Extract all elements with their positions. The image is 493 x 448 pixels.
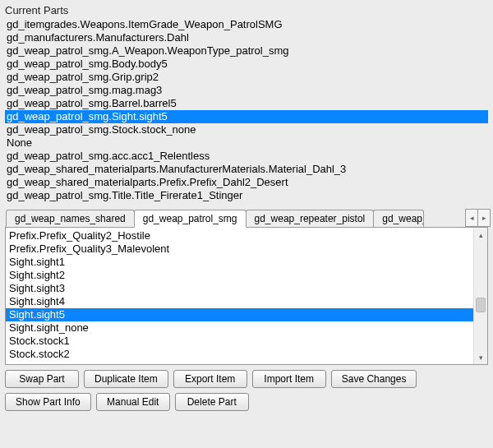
tab-scroll-right-icon[interactable]: ▸ [477, 209, 491, 227]
app-window: Current Parts gd_itemgrades.Weapons.Item… [0, 0, 493, 448]
tab-bar: gd_weap_names_sharedgd_weap_patrol_smggd… [2, 209, 491, 227]
sub-part-row[interactable]: Stock.stock1 [6, 335, 473, 348]
delete-part-button[interactable]: Delete Part [175, 393, 249, 411]
current-part-row[interactable]: gd_weap_shared_materialparts.Prefix.Pref… [5, 176, 488, 189]
sub-part-row[interactable]: Sight.sight1 [6, 256, 473, 269]
export-item-button[interactable]: Export Item [173, 370, 247, 388]
show-part-info-button[interactable]: Show Part Info [5, 393, 91, 411]
current-part-row[interactable]: None [5, 136, 488, 150]
sub-parts-panel: Prefix.Prefix_Quality2_HostilePrefix.Pre… [5, 227, 488, 365]
sub-part-row[interactable]: Sight.sight5 [6, 308, 473, 321]
save-changes-button[interactable]: Save Changes [331, 370, 417, 388]
scroll-up-icon[interactable]: ▴ [474, 228, 487, 242]
scroll-track[interactable] [474, 242, 487, 350]
current-part-row[interactable]: gd_weap_patrol_smg.A_Weapon.WeaponType_p… [5, 44, 488, 58]
parts-browser: gd_weap_names_sharedgd_weap_patrol_smggd… [2, 209, 491, 365]
button-row-2: Show Part InfoManual EditDelete Part [5, 393, 488, 411]
tab-nav: ◂▸ [466, 209, 491, 227]
sub-part-row[interactable]: Sight.sight2 [6, 269, 473, 282]
sub-part-row[interactable]: Sight.sight4 [6, 295, 473, 308]
current-part-row[interactable]: gd_weap_patrol_smg.Body.body5 [5, 58, 488, 71]
current-part-row[interactable]: gd_weap_patrol_smg.Title.Title_Firerate1… [5, 189, 488, 202]
current-part-row[interactable]: gd_weap_patrol_smg.Sight.sight5 [5, 110, 488, 123]
current-parts-title: Current Parts [2, 2, 491, 18]
current-parts-list[interactable]: gd_itemgrades.Weapons.ItemGrade_Weapon_P… [2, 18, 491, 207]
sub-part-row[interactable]: Sight.sight3 [6, 282, 473, 295]
button-row-1: Swap PartDuplicate ItemExport ItemImport… [5, 370, 488, 388]
tab[interactable]: gd_weap_repeater_pistol [246, 210, 375, 228]
swap-part-button[interactable]: Swap Part [5, 370, 79, 388]
current-part-row[interactable]: gd_weap_patrol_smg.mag.mag3 [5, 84, 488, 97]
manual-edit-button[interactable]: Manual Edit [96, 393, 170, 411]
sub-part-row[interactable]: Stock.stock2 [6, 348, 473, 361]
current-part-row[interactable]: gd_weap_shared_materialparts.Manufacture… [5, 163, 488, 176]
vertical-scrollbar[interactable]: ▴ ▾ [473, 228, 487, 364]
duplicate-item-button[interactable]: Duplicate Item [84, 370, 168, 388]
tab[interactable]: gd_weap_patrol_smg [134, 210, 246, 228]
sub-part-row[interactable]: Prefix.Prefix_Quality3_Malevolent [6, 242, 473, 256]
tab[interactable]: gd_weap_ [373, 210, 424, 228]
tab-scroll-left-icon[interactable]: ◂ [465, 209, 478, 227]
scroll-thumb[interactable] [476, 298, 486, 312]
current-part-row[interactable]: gd_manufacturers.Manufacturers.Dahl [5, 31, 488, 44]
sub-part-row[interactable]: Sight.sight_none [6, 321, 473, 335]
tab[interactable]: gd_weap_names_shared [6, 210, 135, 228]
sub-parts-list[interactable]: Prefix.Prefix_Quality2_HostilePrefix.Pre… [6, 228, 473, 364]
current-part-row[interactable]: gd_weap_patrol_smg.acc.acc1_Relentless [5, 150, 488, 163]
current-part-row[interactable]: gd_weap_patrol_smg.Barrel.barrel5 [5, 97, 488, 110]
action-buttons: Swap PartDuplicate ItemExport ItemImport… [2, 365, 491, 418]
current-part-row[interactable]: gd_weap_patrol_smg.Grip.grip2 [5, 71, 488, 84]
import-item-button[interactable]: Import Item [252, 370, 326, 388]
current-part-row[interactable]: gd_itemgrades.Weapons.ItemGrade_Weapon_P… [5, 18, 488, 31]
sub-part-row[interactable]: Prefix.Prefix_Quality2_Hostile [6, 229, 473, 242]
current-part-row[interactable]: gd_weap_patrol_smg.Stock.stock_none [5, 123, 488, 136]
scroll-down-icon[interactable]: ▾ [474, 350, 487, 364]
